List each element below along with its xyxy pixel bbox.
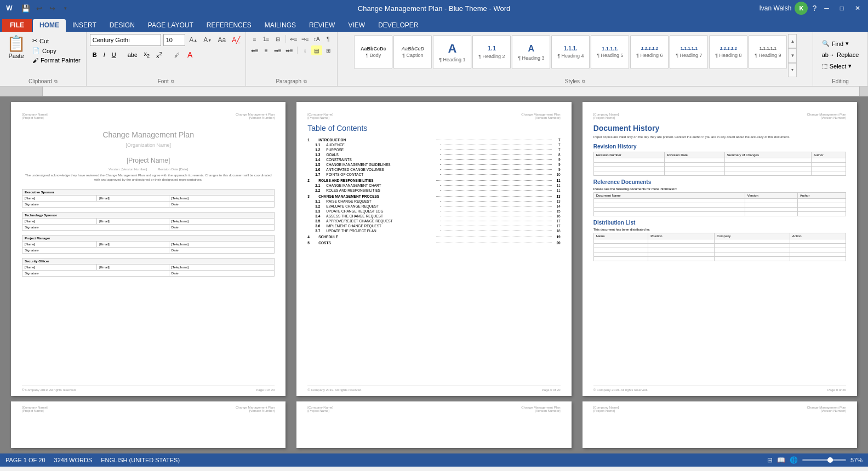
cut-button[interactable]: ✂ Cut <box>30 36 83 45</box>
paste-label: Paste <box>8 53 24 59</box>
strikethrough-button[interactable]: abc <box>125 49 140 61</box>
font-family-input[interactable] <box>90 34 161 46</box>
select-arrow-icon[interactable]: ▾ <box>848 62 852 70</box>
revision-history-title: Revision History <box>593 143 846 150</box>
sort-button[interactable]: ↕A <box>311 34 322 44</box>
align-right-button[interactable]: ➡≡ <box>272 45 283 55</box>
text-highlight-button[interactable]: 🖊 <box>171 49 183 61</box>
bullets-button[interactable]: ≡ <box>249 34 260 44</box>
decrease-indent-button[interactable]: ⇐≡ <box>288 34 299 44</box>
superscript-button[interactable]: x2 <box>153 49 165 61</box>
tab-view[interactable]: VIEW <box>341 19 372 32</box>
toc-item-3-6: 3.6 IMPLEMENT CHANGE REQUEST 17 <box>307 224 560 228</box>
shading-button[interactable]: ▤ <box>311 45 322 55</box>
font-color-button[interactable]: A <box>184 49 196 61</box>
help-button[interactable]: ? <box>812 4 816 13</box>
styles-expand-icon[interactable]: ⧉ <box>582 79 585 84</box>
align-left-button[interactable]: ⬅≡ <box>249 45 260 55</box>
bold-button[interactable]: B <box>90 49 100 61</box>
style-heading1[interactable]: A ¶ Heading 1 <box>433 35 471 69</box>
style-body[interactable]: AaBbCcDc ¶ Body <box>354 35 392 69</box>
page2-header-project: [Project Name] <box>307 116 333 119</box>
close-button[interactable]: ✕ <box>852 3 864 13</box>
redo-button[interactable]: ↪ <box>46 2 58 14</box>
tab-page-layout[interactable]: PAGE LAYOUT <box>141 19 200 32</box>
style-heading2[interactable]: 1.1 ¶ Heading 2 <box>472 35 511 69</box>
align-center-button[interactable]: ≡ <box>261 45 272 55</box>
tech-email: [Email] <box>97 218 169 224</box>
format-painter-button[interactable]: 🖌 Format Painter <box>30 56 83 65</box>
reference-docs-title: Reference Documents <box>593 179 846 185</box>
toc-item-2-1: 2.1 CHANGE MANAGEMENT CHART 11 <box>307 183 560 187</box>
underline-button[interactable]: U <box>109 49 119 61</box>
page1-footer-left: © Company 2019. All rights reserved. <box>22 388 76 392</box>
dist-col-company: Company <box>714 233 790 239</box>
borders-button[interactable]: ⊞ <box>323 45 334 55</box>
page-2: [Company Name] [Project Name] Change Man… <box>296 102 571 396</box>
tab-review[interactable]: REVIEW <box>302 19 341 32</box>
page-6: [Company Name] [Project Name] Change Man… <box>583 401 857 448</box>
style-caption[interactable]: AaBbCcD ¶ Caption <box>393 35 432 69</box>
view-reading-icon[interactable]: 📖 <box>777 456 785 464</box>
doc-history-title: Document History <box>593 124 846 133</box>
find-button[interactable]: 🔍 Find ▾ <box>819 38 863 49</box>
view-web-icon[interactable]: 🌐 <box>790 456 798 464</box>
cover-project: [Project Name] <box>22 157 275 164</box>
justify-button[interactable]: ⬌≡ <box>284 45 295 55</box>
rev-row-4 <box>593 171 846 176</box>
tab-insert[interactable]: INSERT <box>66 19 103 32</box>
numbering-button[interactable]: 1≡ <box>261 34 272 44</box>
styles-scroll-up[interactable]: ▲ <box>788 34 797 48</box>
multilevel-button[interactable]: ⊟ <box>272 34 283 44</box>
paste-button[interactable]: 📋 Paste <box>3 34 29 61</box>
styles-scroll-down[interactable]: ▼ <box>788 48 797 62</box>
tab-developer[interactable]: DEVELOPER <box>372 19 425 32</box>
find-arrow-icon[interactable]: ▾ <box>846 40 849 47</box>
toc-item-1-4: 1.4 CONSTRAINTS 9 <box>307 158 560 162</box>
select-button[interactable]: ⬚ Select ▾ <box>819 61 863 71</box>
tab-home[interactable]: HOME <box>33 19 66 32</box>
tab-file[interactable]: FILE <box>2 19 32 32</box>
styles-scroll-expand[interactable]: ▾ <box>788 63 797 77</box>
font-grow-button[interactable]: A▲ <box>187 34 199 46</box>
change-case-button[interactable]: Aa <box>216 34 228 46</box>
font-size-input[interactable] <box>163 34 185 46</box>
replace-button[interactable]: ab→ Replace <box>819 50 863 60</box>
para-expand-icon[interactable]: ⧉ <box>304 79 307 84</box>
restore-button[interactable]: □ <box>837 3 847 13</box>
style-heading3-preview: A <box>528 43 535 54</box>
tab-design[interactable]: DESIGN <box>103 19 141 32</box>
tab-mailings[interactable]: MAILINGS <box>258 19 302 32</box>
zoom-slider[interactable] <box>802 459 846 461</box>
copy-button[interactable]: 📄 Copy <box>30 46 83 55</box>
clipboard-expand-icon[interactable]: ⧉ <box>54 79 58 84</box>
italic-button[interactable]: I <box>101 49 108 61</box>
line-spacing-button[interactable]: ↕ <box>300 45 311 55</box>
page3-footer: © Company 2019. All rights reserved. Pag… <box>593 386 846 392</box>
user-info[interactable]: Ivan Walsh K <box>760 2 808 15</box>
tab-references[interactable]: REFERENCES <box>200 19 258 32</box>
style-heading4[interactable]: 1.1.1. ¶ Heading 4 <box>551 35 590 69</box>
cover-revision-label: Revision Date [Date] <box>158 168 188 171</box>
increase-indent-button[interactable]: ⇒≡ <box>300 34 311 44</box>
title-bar-right: Ivan Walsh K ? ─ □ ✕ <box>760 2 864 15</box>
style-heading7[interactable]: 1.1.1.1.1 ¶ Heading 7 <box>670 35 708 69</box>
view-layout-icon[interactable]: ⊟ <box>767 456 773 464</box>
font-shrink-button[interactable]: A▼ <box>202 34 214 46</box>
font-expand-icon[interactable]: ⧉ <box>171 79 174 84</box>
style-heading9[interactable]: 1.1.1.1.1 ¶ Heading 9 <box>749 35 787 69</box>
show-formatting-button[interactable]: ¶ <box>323 34 334 44</box>
clear-formatting-button[interactable]: A╱ <box>230 34 242 46</box>
subscript-button[interactable]: x2 <box>141 49 152 61</box>
qat-customize-button[interactable]: ▾ <box>59 2 71 14</box>
style-heading5[interactable]: 1.1.1.1. ¶ Heading 5 <box>591 35 629 69</box>
ribbon: 📋 Paste ✂ Cut 📄 Copy 🖌 Format Painter <box>0 32 868 87</box>
style-heading8[interactable]: 1.1.1.1.1 ¶ Heading 8 <box>709 35 747 69</box>
minimize-button[interactable]: ─ <box>821 3 832 13</box>
replace-label: Replace <box>837 51 859 58</box>
style-heading3[interactable]: A ¶ Heading 3 <box>512 35 550 69</box>
save-button[interactable]: 💾 <box>20 2 32 14</box>
undo-button[interactable]: ↩ <box>33 2 45 14</box>
style-heading6[interactable]: 1.1.1.1.1 ¶ Heading 6 <box>630 35 669 69</box>
format-painter-label: Format Painter <box>41 57 81 64</box>
